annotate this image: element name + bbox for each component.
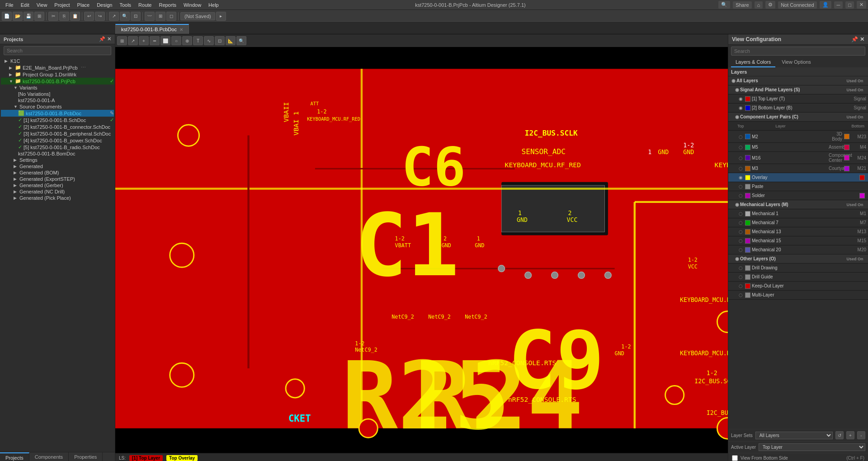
all-layers-row[interactable]: ◉ All Layers Used On — [728, 76, 868, 85]
mech7-row[interactable]: ◌ Mechanical 7 M7 — [728, 218, 868, 227]
canvas-tb-via[interactable]: ⊕ — [182, 36, 192, 45]
mech1-color[interactable] — [745, 211, 750, 216]
m3-color[interactable] — [745, 166, 750, 171]
paste-layer-row[interactable]: ◌ Paste — [728, 182, 868, 191]
overlay-badge[interactable]: Top Overlay — [166, 455, 198, 461]
tree-schdoc5[interactable]: ✓ [5] kst7250-0-001-B_radio.SchDoc — [1, 144, 114, 151]
tree-gen-gerber[interactable]: ▶ Generated (Gerber) — [1, 182, 114, 188]
m2-layer-row[interactable]: ◌ M2 3D Body M23 — [728, 131, 868, 143]
tab-pcbdoc[interactable]: kst7250-0-001-B.PcbDoc ✕ — [115, 24, 189, 34]
save-btn[interactable]: 💾 — [24, 12, 33, 21]
home-btn[interactable]: ⌂ — [755, 1, 763, 9]
keepout-color[interactable] — [745, 283, 750, 289]
comp-btn[interactable]: ⊞ — [156, 12, 165, 21]
layer-sets-add[interactable]: + — [846, 431, 854, 439]
canvas-tb-filter[interactable]: ⊞ — [117, 36, 127, 45]
tree-schdoc2[interactable]: ✓ [2] kst7250-0-001-B_connector.SchDoc — [1, 123, 114, 130]
tree-gen-pick[interactable]: ▶ Generated (Pick Place) — [1, 195, 114, 201]
right-search-input[interactable] — [731, 47, 865, 56]
canvas-tb-text[interactable]: T — [193, 36, 203, 45]
menu-project[interactable]: Project — [51, 1, 73, 9]
save-all-btn[interactable]: ⊞ — [34, 12, 44, 21]
open-btn[interactable]: 📂 — [13, 12, 23, 21]
tree-e2e-main[interactable]: ▶ 📁 E2E_Main_Board.PrjPcb ⋯ — [1, 64, 114, 71]
top-layer-color[interactable] — [745, 96, 750, 102]
search-btn[interactable]: 🔍 — [718, 1, 730, 9]
projects-close-icon[interactable]: ✕ — [107, 36, 111, 42]
menu-place[interactable]: Place — [74, 1, 94, 9]
layer-sets-refresh[interactable]: ↺ — [835, 431, 844, 439]
menu-design[interactable]: Design — [93, 1, 116, 9]
m4-color[interactable] — [844, 145, 849, 150]
tree-schdoc4[interactable]: ✓ [4] kst7250-0-001-B_power.SchDoc — [1, 137, 114, 144]
tab-layers-colors[interactable]: Layers & Colors — [731, 57, 775, 67]
minimize-btn[interactable]: ─ — [834, 1, 843, 9]
tab-projects[interactable]: Projects — [0, 452, 29, 461]
m3-vis[interactable]: ◌ — [737, 165, 744, 172]
tree-schdoc3[interactable]: ✓ [3] kst7250-0-001-B_peripheral.SchDoc — [1, 130, 114, 137]
solder-layer-row[interactable]: ◌ Solder — [728, 191, 868, 200]
tab-properties[interactable]: Properties — [69, 452, 103, 461]
m24-color[interactable] — [844, 155, 849, 160]
canvas-tb-wave[interactable]: ∿ — [204, 36, 214, 45]
mech-layers-vis[interactable]: ◉ — [734, 202, 740, 208]
bottom-layer-row[interactable]: ◉ [2] Bottom Layer (B) Signal — [728, 103, 868, 113]
m16-layer-row[interactable]: ◌ M16 Component Center M24 — [728, 152, 868, 164]
pcb-canvas-area[interactable]: ⊞ ↗ + ━ ⬜ ○ ⊕ T ∿ ⊡ 📐 🔍 — [115, 34, 728, 461]
m21-color[interactable] — [844, 166, 849, 171]
tree-bomdoc[interactable]: kst7250-0-001-B.BomDoc — [1, 151, 114, 157]
canvas-tb-add[interactable]: + — [139, 36, 149, 45]
layer-sets-select[interactable]: All Layers — [755, 432, 833, 439]
mech20-vis[interactable]: ◌ — [737, 247, 744, 253]
canvas-tb-rect[interactable]: ⬜ — [160, 36, 170, 45]
tab-close[interactable]: ✕ — [179, 27, 183, 32]
mech13-color[interactable] — [745, 229, 750, 235]
user-btn[interactable]: 👤 — [820, 1, 831, 9]
drill-guide-color[interactable] — [745, 274, 750, 280]
canvas-tb-select[interactable]: ↗ — [128, 36, 138, 45]
bottom-layer-color[interactable] — [745, 105, 750, 111]
mech15-color[interactable] — [745, 238, 750, 244]
canvas-tb-zoom[interactable]: 🔍 — [236, 36, 246, 45]
undo-btn[interactable]: ↩ — [84, 12, 94, 21]
active-layer-select[interactable]: Top Layer — [759, 443, 865, 451]
top-layer-row[interactable]: ◉ [1] Top Layer (T) Signal — [728, 94, 868, 103]
multilayer-vis[interactable]: ◌ — [737, 292, 744, 298]
tree-pcbdoc[interactable]: 🟩 kst7250-0-001-B.PcbDoc ✎ — [1, 110, 114, 117]
drill-guide-row[interactable]: ◌ Drill Guide — [728, 273, 868, 282]
menu-view[interactable]: View — [33, 1, 51, 9]
search-input[interactable] — [4, 46, 111, 55]
canvas-tb-drc[interactable]: 📐 — [226, 36, 236, 45]
copy-btn[interactable]: ⎘ — [59, 12, 69, 21]
pcb-view[interactable]: C6 C1 C9 R25 R24 I2C_BUS.SCLK KEYBOARD_M… — [115, 34, 728, 461]
canvas-tb-measure[interactable]: ⊡ — [215, 36, 225, 45]
layer-sets-remove[interactable]: - — [857, 431, 865, 439]
drill-drawing-color[interactable] — [745, 265, 750, 271]
m23-color[interactable] — [844, 134, 849, 139]
mech13-vis[interactable]: ◌ — [737, 229, 744, 235]
top-layer-vis[interactable]: ◉ — [737, 96, 744, 102]
select-btn[interactable]: ↗ — [109, 12, 119, 21]
route-btn[interactable]: 〰 — [145, 12, 155, 21]
mech7-vis[interactable]: ◌ — [737, 220, 744, 226]
menu-route[interactable]: Route — [135, 1, 155, 9]
paste-btn[interactable]: 📋 — [70, 12, 80, 21]
drill-drawing-row[interactable]: ◌ Drill Drawing — [728, 263, 868, 273]
mech13-row[interactable]: ◌ Mechanical 13 M13 — [728, 227, 868, 236]
solder-right-color[interactable] — [859, 193, 865, 198]
top-layer-badge[interactable]: [1] Top Layer — [129, 455, 163, 461]
toolbar-extra-btn[interactable]: ▸ — [216, 12, 226, 21]
signal-layers-header[interactable]: ◉ Signal And Plane Layers (S) Used On — [728, 85, 868, 94]
settings-btn[interactable]: ⚙ — [765, 1, 775, 9]
close-btn[interactable]: ✕ — [857, 1, 866, 9]
other-layers-vis[interactable]: ◉ — [734, 256, 740, 262]
menu-help[interactable]: Help — [205, 1, 222, 9]
other-layers-header[interactable]: ◉ Other Layers (O) Used On — [728, 254, 868, 263]
overlay-color[interactable] — [745, 175, 750, 180]
overlay-layer-row[interactable]: ◉ Overlay — [728, 173, 868, 182]
3d-btn[interactable]: ◻ — [166, 12, 176, 21]
tree-gen-nc[interactable]: ▶ Generated (NC Drill) — [1, 188, 114, 195]
maximize-btn[interactable]: □ — [845, 1, 854, 9]
menu-tools[interactable]: Tools — [116, 1, 135, 9]
mech20-row[interactable]: ◌ Mechanical 20 M20 — [728, 245, 868, 254]
